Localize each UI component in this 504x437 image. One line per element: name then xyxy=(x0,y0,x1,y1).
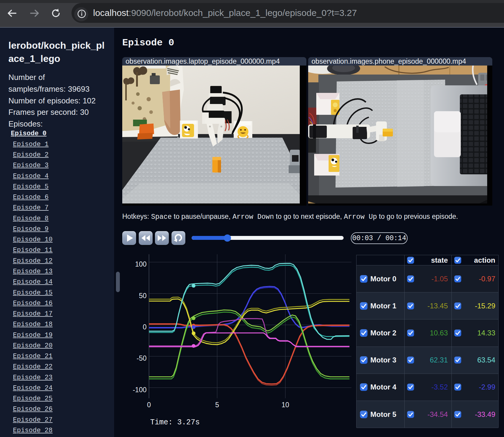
svg-text:5: 5 xyxy=(215,401,219,409)
svg-text:Time: 3.27s: Time: 3.27s xyxy=(150,418,200,427)
svg-text:0: 0 xyxy=(143,323,147,331)
svg-text:-100: -100 xyxy=(133,386,147,394)
svg-text:-50: -50 xyxy=(137,354,147,362)
svg-text:10: 10 xyxy=(281,401,289,409)
svg-text:0: 0 xyxy=(147,401,151,409)
svg-text:50: 50 xyxy=(139,292,147,300)
svg-text:100: 100 xyxy=(135,260,147,268)
